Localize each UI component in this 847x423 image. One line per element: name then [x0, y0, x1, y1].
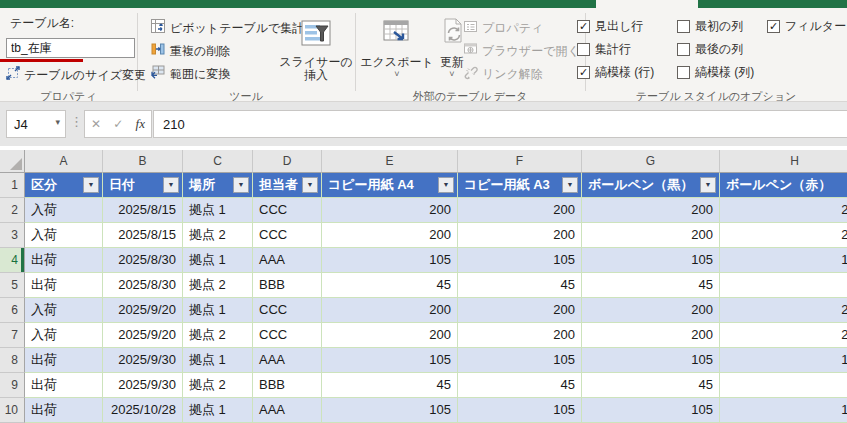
checkbox-box[interactable] — [577, 66, 590, 79]
cell[interactable]: 200 — [322, 198, 458, 223]
name-box[interactable]: J4 ▾ — [6, 110, 66, 138]
row-header-2[interactable]: 2 — [0, 198, 25, 223]
cell[interactable]: 拠点 2 — [183, 273, 253, 298]
cell[interactable]: 200 — [458, 298, 582, 323]
cell[interactable]: 45 — [582, 373, 720, 398]
filter-dropdown-button[interactable]: ▼ — [83, 177, 99, 193]
table-header-cell[interactable]: ボールペン（黒）▼ — [582, 173, 720, 198]
row-header-4[interactable]: 4 — [0, 248, 25, 273]
cell[interactable]: 200 — [322, 323, 458, 348]
cell[interactable]: 200 — [720, 223, 847, 248]
column-header-G[interactable]: G — [582, 150, 720, 173]
cell[interactable]: 入荷 — [25, 323, 103, 348]
select-all-button[interactable] — [0, 150, 25, 173]
name-box-dropdown-icon[interactable]: ▾ — [55, 117, 60, 127]
cell[interactable]: 出荷 — [25, 248, 103, 273]
cell[interactable]: BBB — [253, 373, 322, 398]
table-header-cell[interactable]: 日付▼ — [103, 173, 183, 198]
cell[interactable]: 45 — [720, 273, 847, 298]
cell[interactable]: 200 — [582, 198, 720, 223]
cell[interactable]: CCC — [253, 198, 322, 223]
cell[interactable]: 45 — [322, 373, 458, 398]
cell[interactable]: 2025/9/30 — [103, 373, 183, 398]
cell[interactable]: 2025/10/28 — [103, 398, 183, 423]
cell[interactable]: 出荷 — [25, 398, 103, 423]
cell[interactable]: 2025/8/15 — [103, 223, 183, 248]
cell[interactable]: AAA — [253, 398, 322, 423]
checkbox-banded-columns[interactable]: 縞模様 (列) — [677, 65, 767, 80]
column-header-E[interactable]: E — [322, 150, 458, 173]
row-header-9[interactable]: 9 — [0, 373, 25, 398]
export-button[interactable]: エクスポート ˅ — [362, 16, 432, 78]
cell[interactable]: 105 — [582, 398, 720, 423]
column-header-D[interactable]: D — [253, 150, 322, 173]
checkbox-box[interactable] — [677, 20, 690, 33]
cell[interactable]: 200 — [458, 323, 582, 348]
filter-dropdown-button[interactable]: ▼ — [302, 177, 318, 193]
row-header-6[interactable]: 6 — [0, 298, 25, 323]
cell[interactable]: AAA — [253, 348, 322, 373]
cell[interactable]: 2025/9/30 — [103, 348, 183, 373]
cell[interactable]: 45 — [458, 373, 582, 398]
formula-bar-handle[interactable]: ⋮ — [70, 114, 83, 129]
checkbox-header-row[interactable]: 見出し行 — [577, 19, 677, 34]
table-header-cell[interactable]: コピー用紙 A4▼ — [322, 173, 458, 198]
table-name-input[interactable] — [6, 38, 135, 58]
cell[interactable]: 入荷 — [25, 298, 103, 323]
cell[interactable]: 200 — [322, 223, 458, 248]
cell[interactable]: 105 — [720, 248, 847, 273]
cell[interactable]: 105 — [582, 348, 720, 373]
table-header-cell[interactable]: 担当者▼ — [253, 173, 322, 198]
filter-dropdown-button[interactable]: ▼ — [233, 177, 249, 193]
table-header-cell[interactable]: コピー用紙 A3▼ — [458, 173, 582, 198]
filter-dropdown-button[interactable]: ▼ — [438, 177, 454, 193]
column-header-A[interactable]: A — [25, 150, 103, 173]
resize-table-button[interactable]: テーブルのサイズ変更 — [6, 66, 146, 84]
row-header-5[interactable]: 5 — [0, 273, 25, 298]
cell[interactable]: 拠点 1 — [183, 398, 253, 423]
cell[interactable]: 出荷 — [25, 373, 103, 398]
cell[interactable]: 45 — [458, 273, 582, 298]
checkbox-total-row[interactable]: 集計行 — [577, 42, 677, 57]
cell[interactable]: 200 — [458, 223, 582, 248]
checkbox-box[interactable] — [577, 43, 590, 56]
cell[interactable]: 105 — [322, 398, 458, 423]
cell[interactable]: 拠点 2 — [183, 373, 253, 398]
cell[interactable]: 105 — [720, 398, 847, 423]
table-header-cell[interactable]: ボールペン（赤） — [720, 173, 847, 198]
remove-duplicates-button[interactable]: 重複の削除 — [150, 42, 230, 60]
checkbox-banded-rows[interactable]: 縞模様 (行) — [577, 65, 677, 80]
cell[interactable]: CCC — [253, 223, 322, 248]
cell[interactable]: 105 — [458, 398, 582, 423]
cell[interactable]: 45 — [720, 373, 847, 398]
cell[interactable]: 2025/9/20 — [103, 298, 183, 323]
row-header-3[interactable]: 3 — [0, 223, 25, 248]
convert-to-range-button[interactable]: 範囲に変換 — [150, 65, 230, 83]
column-header-B[interactable]: B — [103, 150, 183, 173]
column-header-F[interactable]: F — [458, 150, 582, 173]
filter-dropdown-button[interactable]: ▼ — [163, 177, 179, 193]
cell[interactable]: 拠点 1 — [183, 348, 253, 373]
cell[interactable]: 2025/8/30 — [103, 248, 183, 273]
checkbox-first-column[interactable]: 最初の列 — [677, 19, 767, 34]
cell[interactable]: 45 — [582, 273, 720, 298]
cell[interactable]: 拠点 1 — [183, 248, 253, 273]
checkbox-box[interactable] — [677, 66, 690, 79]
cell[interactable]: BBB — [253, 273, 322, 298]
cell[interactable]: 200 — [720, 298, 847, 323]
cell[interactable]: 2025/9/20 — [103, 323, 183, 348]
cell[interactable]: 拠点 2 — [183, 323, 253, 348]
cell[interactable]: 200 — [720, 198, 847, 223]
cell[interactable]: 200 — [582, 323, 720, 348]
cell[interactable]: CCC — [253, 323, 322, 348]
cell[interactable]: 2025/8/15 — [103, 198, 183, 223]
column-header-C[interactable]: C — [183, 150, 253, 173]
cell[interactable]: 入荷 — [25, 198, 103, 223]
insert-slicer-button[interactable]: スライサーの挿入 — [276, 16, 356, 82]
column-header-H[interactable]: H — [720, 150, 847, 173]
cell[interactable]: 45 — [322, 273, 458, 298]
cell[interactable]: 200 — [322, 298, 458, 323]
checkbox-box[interactable] — [767, 20, 780, 33]
cell[interactable]: 出荷 — [25, 348, 103, 373]
cell[interactable]: 105 — [720, 348, 847, 373]
